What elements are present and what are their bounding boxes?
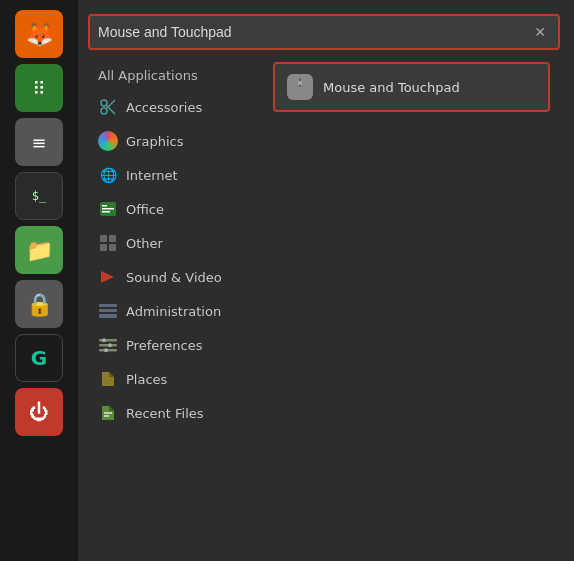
- svg-rect-15: [99, 314, 117, 318]
- preferences-label: Preferences: [126, 338, 202, 353]
- category-list: All Applications Accessories Graphics 🌐 …: [88, 62, 263, 547]
- sidebar: 🦊 ⠿ ≡ $_ 📁 🔒 G ⏻: [0, 0, 78, 561]
- accessories-label: Accessories: [126, 100, 202, 115]
- places-label: Places: [126, 372, 167, 387]
- category-places[interactable]: Places: [88, 363, 263, 395]
- svg-rect-14: [99, 309, 117, 312]
- sidebar-icon-grammarly[interactable]: G: [15, 334, 63, 382]
- category-recent[interactable]: Recent Files: [88, 397, 263, 429]
- all-applications-label: All Applications: [98, 68, 198, 83]
- content-area: All Applications Accessories Graphics 🌐 …: [88, 62, 560, 547]
- category-accessories[interactable]: Accessories: [88, 91, 263, 123]
- svg-rect-13: [99, 304, 117, 307]
- search-input[interactable]: [98, 24, 530, 40]
- result-mouse-touchpad-label: Mouse and Touchpad: [323, 80, 460, 95]
- graphics-label: Graphics: [126, 134, 183, 149]
- search-bar: ✕: [88, 14, 560, 50]
- sidebar-icon-files[interactable]: 📁: [15, 226, 63, 274]
- main-panel: ✕ All Applications Accessories Graphics …: [78, 0, 574, 561]
- svg-rect-6: [102, 208, 114, 210]
- svg-rect-7: [102, 211, 110, 213]
- internet-label: Internet: [126, 168, 178, 183]
- svg-point-1: [101, 108, 107, 114]
- sidebar-icon-launcher[interactable]: ⠿: [15, 64, 63, 112]
- category-preferences[interactable]: Preferences: [88, 329, 263, 361]
- sidebar-icon-power[interactable]: ⏻: [15, 388, 63, 436]
- other-label: Other: [126, 236, 163, 251]
- svg-point-26: [298, 81, 302, 85]
- sound-video-label: Sound & Video: [126, 270, 222, 285]
- category-graphics[interactable]: Graphics: [88, 125, 263, 157]
- category-all[interactable]: All Applications: [88, 62, 263, 89]
- mouse-touchpad-icon: [287, 74, 313, 100]
- category-internet[interactable]: 🌐 Internet: [88, 159, 263, 191]
- svg-rect-8: [100, 235, 107, 242]
- scissors-icon: [98, 97, 118, 117]
- svg-point-0: [101, 100, 107, 106]
- svg-rect-9: [109, 235, 116, 242]
- svg-rect-11: [109, 244, 116, 251]
- category-office[interactable]: Office: [88, 193, 263, 225]
- sidebar-icon-firefox[interactable]: 🦊: [15, 10, 63, 58]
- administration-icon: [98, 301, 118, 321]
- other-icon: [98, 233, 118, 253]
- graphics-icon: [98, 131, 118, 151]
- preferences-icon: [98, 335, 118, 355]
- administration-label: Administration: [126, 304, 221, 319]
- office-icon: [98, 199, 118, 219]
- places-icon: [98, 369, 118, 389]
- sound-video-icon: [98, 267, 118, 287]
- svg-point-19: [102, 338, 106, 342]
- svg-line-3: [107, 100, 116, 109]
- sidebar-icon-usc[interactable]: ≡: [15, 118, 63, 166]
- sidebar-icon-terminal[interactable]: $_: [15, 172, 63, 220]
- svg-rect-5: [102, 205, 107, 207]
- svg-marker-12: [101, 271, 114, 283]
- results-area: Mouse and Touchpad: [263, 62, 560, 547]
- svg-rect-16: [99, 339, 117, 342]
- recent-label: Recent Files: [126, 406, 204, 421]
- svg-rect-10: [100, 244, 107, 251]
- category-administration[interactable]: Administration: [88, 295, 263, 327]
- svg-point-21: [104, 348, 108, 352]
- category-sound-video[interactable]: Sound & Video: [88, 261, 263, 293]
- internet-icon: 🌐: [98, 165, 118, 185]
- sidebar-icon-lock[interactable]: 🔒: [15, 280, 63, 328]
- svg-point-20: [108, 343, 112, 347]
- recent-icon: [98, 403, 118, 423]
- category-other[interactable]: Other: [88, 227, 263, 259]
- office-label: Office: [126, 202, 164, 217]
- result-mouse-touchpad[interactable]: Mouse and Touchpad: [273, 62, 550, 112]
- search-clear-button[interactable]: ✕: [530, 22, 550, 42]
